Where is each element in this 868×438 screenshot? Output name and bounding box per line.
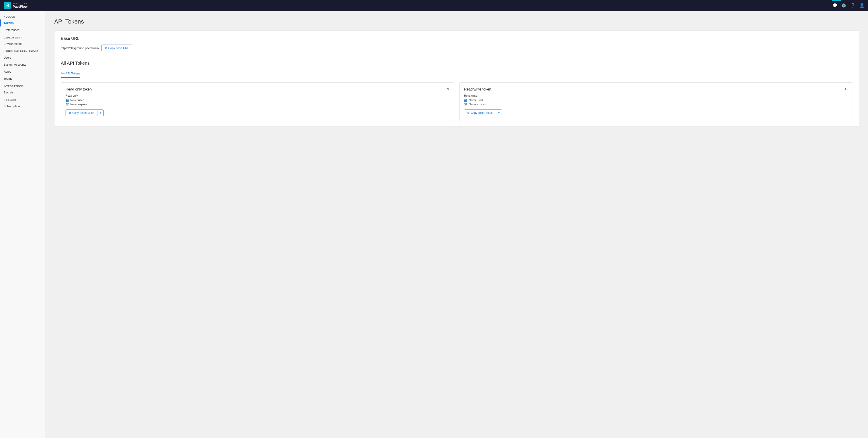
read-only-token-title: Read only token [66,87,92,91]
sidebar-section-billings: BILLINGS [0,96,45,103]
sidebar-item-tokens[interactable]: Tokens [0,20,45,27]
read-write-token-card: Read/write token ↻ Read/write 👥 Never us… [459,82,852,121]
read-only-used: 👥 Never used [66,99,449,102]
settings-icon[interactable]: ⚙️ [841,3,846,8]
chat-icon[interactable]: 💬 [832,3,837,8]
calendar-icon: 📅 [66,103,69,106]
read-only-expires: 📅 Never expires [66,103,449,106]
read-write-token-title: Read/write token [464,87,491,91]
read-only-refresh-icon[interactable]: ↻ [446,87,449,91]
logo-text: SMARTBEAR PactFlow [13,2,28,8]
sidebar-item-secrets[interactable]: Secrets [0,89,45,96]
calendar-icon-rw: 📅 [464,103,467,106]
read-write-dropdown-button[interactable]: ▾ [496,110,502,116]
copy-base-url-button[interactable]: ⧉ Copy base URL [101,45,132,51]
svg-point-0 [6,5,8,6]
read-write-expires: 📅 Never expires [464,103,848,106]
read-write-copy-split-button[interactable]: ⧉ Copy Token Value ▾ [464,110,502,116]
read-write-refresh-icon[interactable]: ↻ [845,87,848,91]
read-write-token-info: Read/write 👥 Never used 📅 Never expires [464,94,848,106]
read-write-token-header: Read/write token ↻ [464,87,848,91]
read-write-permission: Read/write [464,94,848,97]
sidebar-item-subscription[interactable]: Subscription [0,103,45,110]
copy-icon-small: ⧉ [69,111,71,115]
help-icon[interactable]: ❓ [850,3,855,8]
read-only-dropdown-button[interactable]: ▾ [97,110,103,116]
read-write-copy-token-button[interactable]: ⧉ Copy Token Value [464,110,496,116]
api-tokens-card: Base URL https://playground.pactflow.io … [54,31,859,127]
tab-my-api-tokens[interactable]: My API Tokens [61,69,80,78]
sidebar-section-users-permissions: USERS AND PERMISSIONS [0,47,45,54]
read-only-permission: Read only [66,94,449,97]
read-only-copy-split-button[interactable]: ⧉ Copy Token Value ▾ [66,110,103,116]
tokens-tabs: My API Tokens [61,69,852,78]
read-only-token-header: Read only token ↻ [66,87,449,91]
read-only-copy-token-button[interactable]: ⧉ Copy Token Value [66,110,97,116]
brand-pactflow: PactFlow [13,5,28,8]
logo[interactable]: SMARTBEAR PactFlow [4,2,28,9]
users-icon-rw: 👥 [464,99,467,102]
sidebar-item-preferences[interactable]: Preferences [0,27,45,33]
logo-icon [4,2,11,9]
sidebar-item-roles[interactable]: Roles [0,68,45,75]
all-tokens-title: All API Tokens [61,61,852,66]
base-url-title: Base URL [61,36,852,41]
sidebar-item-users[interactable]: Users [0,54,45,61]
main-content: API Tokens Base URL https://playground.p… [45,11,868,438]
tokens-grid: Read only token ↻ Read only 👥 Never used… [61,82,852,121]
read-write-used: 👥 Never used [464,99,848,102]
sidebar-item-teams[interactable]: Teams [0,75,45,82]
base-url-value: https://playground.pactflow.io [61,47,99,50]
copy-icon-small-rw: ⧉ [467,111,469,115]
active-indicator [832,0,841,1]
user-icon[interactable]: 👤 [860,3,864,8]
topnav: SMARTBEAR PactFlow 💬 ⚙️ ❓ 👤 [0,0,868,11]
sidebar-section-integrations: INTEGRATIONS [0,82,45,89]
read-only-token-card: Read only token ↻ Read only 👥 Never used… [61,82,454,121]
read-write-copy-label: Copy Token Value [471,111,493,115]
read-only-copy-label: Copy Token Value [72,111,94,115]
copy-base-url-label: Copy base URL [108,47,129,50]
read-only-token-info: Read only 👥 Never used 📅 Never expires [66,94,449,106]
topnav-actions: 💬 ⚙️ ❓ 👤 [832,3,864,8]
users-icon: 👥 [66,99,69,102]
sidebar: ACCOUNT Tokens Preferences DEPLOYMENT En… [0,11,45,438]
page-title: API Tokens [54,18,859,25]
app-body: ACCOUNT Tokens Preferences DEPLOYMENT En… [0,11,868,438]
copy-icon: ⧉ [105,46,107,50]
sidebar-item-environments[interactable]: Environments [0,40,45,47]
sidebar-section-deployment: DEPLOYMENT [0,33,45,40]
base-url-row: https://playground.pactflow.io ⧉ Copy ba… [61,45,852,51]
sidebar-item-system-accounts[interactable]: System Accounts [0,61,45,68]
sidebar-section-account: ACCOUNT [0,13,45,20]
